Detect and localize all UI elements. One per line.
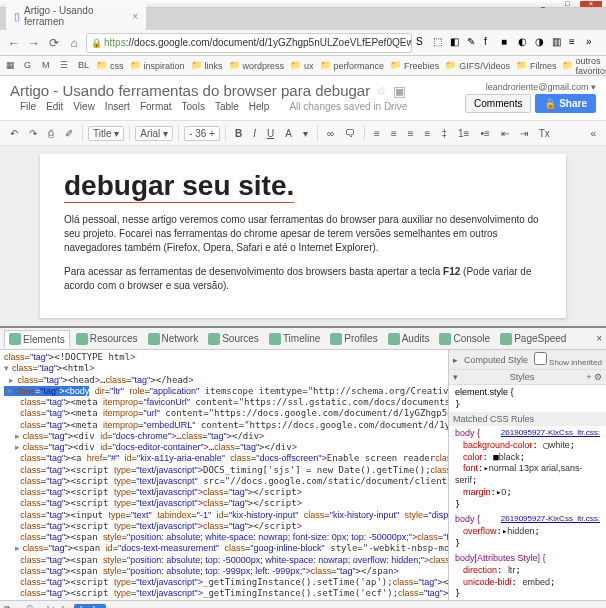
css-rule-3[interactable]: body[Attributes Style] { direction: ltr;… xyxy=(449,551,606,600)
clear-format-button[interactable]: Tx xyxy=(535,126,554,141)
menu-format[interactable]: Format xyxy=(140,101,172,112)
window-minimize-button[interactable]: _ xyxy=(532,1,554,7)
bullet-list-button[interactable]: •≡ xyxy=(476,126,493,141)
forward-button[interactable]: → xyxy=(26,35,42,51)
inspect-icon[interactable]: ⧉ xyxy=(4,604,10,608)
align-center-button[interactable]: ≡ xyxy=(387,126,401,141)
extension-icon[interactable]: ◐ xyxy=(518,36,532,50)
numbered-list-button[interactable]: 1≡ xyxy=(454,126,473,141)
bookmark-item[interactable]: 📁GIFS/Videos xyxy=(445,60,510,72)
user-email[interactable]: leandroriente@gmail.com ▾ xyxy=(465,82,596,92)
dedent-button[interactable]: ⇤ xyxy=(497,126,513,141)
menu-table[interactable]: Table xyxy=(215,101,239,112)
menu-view[interactable]: View xyxy=(73,101,95,112)
bookmark-item[interactable]: ☰ xyxy=(60,60,72,72)
devtools-tab-timeline[interactable]: Timeline xyxy=(265,331,324,347)
redo-button[interactable]: ↷ xyxy=(25,126,41,141)
indent-button[interactable]: ⇥ xyxy=(516,126,532,141)
bookmark-item[interactable]: 📁ux xyxy=(290,60,314,72)
bookmark-item[interactable]: 📁links xyxy=(191,60,223,72)
bookmark-item[interactable]: 📁css xyxy=(96,60,124,72)
bookmark-item[interactable]: BL xyxy=(78,60,90,72)
font-select[interactable]: Arial ▾ xyxy=(135,126,173,141)
back-button[interactable]: ← xyxy=(6,35,22,51)
paint-format-button[interactable]: ✐ xyxy=(61,126,77,141)
devtools-tab-resources[interactable]: Resources xyxy=(72,331,142,347)
window-maximize-button[interactable]: □ xyxy=(556,1,578,7)
extension-icon[interactable]: f xyxy=(484,36,498,50)
comments-button[interactable]: Comments xyxy=(465,94,531,113)
bookmark-item[interactable]: 📁inspiration xyxy=(130,60,185,72)
align-right-button[interactable]: ≡ xyxy=(404,126,418,141)
computed-style-header[interactable]: ▸ Computed Style Show inherited xyxy=(449,350,606,369)
fontsize-select[interactable]: - 36 + xyxy=(184,126,220,141)
document-page[interactable]: debugar seu site. Olá pessoal, nesse art… xyxy=(40,154,566,318)
show-inherited-checkbox[interactable] xyxy=(534,352,547,365)
document-title[interactable]: Artigo - Usando ferramentas do browser p… xyxy=(10,82,370,99)
devtools-tab-audits[interactable]: Audits xyxy=(384,331,434,347)
extension-icon[interactable]: ◧ xyxy=(450,36,464,50)
insert-comment-button[interactable]: 🗨 xyxy=(341,126,359,141)
bookmark-item[interactable]: ▦ xyxy=(6,60,18,72)
print-button[interactable]: ⎙ xyxy=(44,126,58,141)
underline-button[interactable]: U xyxy=(263,126,278,141)
extension-icon[interactable]: ✎ xyxy=(467,36,481,50)
menu-insert[interactable]: Insert xyxy=(105,101,130,112)
extension-icon[interactable]: ■ xyxy=(501,36,515,50)
devtools-tab-pagespeed[interactable]: PageSpeed xyxy=(496,331,570,347)
bookmark-item[interactable]: M xyxy=(42,60,54,72)
bold-button[interactable]: B xyxy=(231,126,246,141)
extension-icon[interactable]: S xyxy=(416,36,430,50)
home-button[interactable]: ⌂ xyxy=(66,35,82,51)
style-settings-icon[interactable]: ⚙ xyxy=(594,372,602,382)
menu-tools[interactable]: Tools xyxy=(182,101,205,112)
devtools-tab-profiles[interactable]: Profiles xyxy=(326,331,381,347)
devtools-tab-network[interactable]: Network xyxy=(144,331,203,347)
bookmark-item[interactable]: 📁performance xyxy=(320,60,385,72)
browser-tab[interactable]: ▯ Artigo - Usando ferramen × xyxy=(6,2,146,30)
add-rule-icon[interactable]: + xyxy=(586,372,591,382)
menu-edit[interactable]: Edit xyxy=(46,101,63,112)
devtools-tab-elements[interactable]: Elements xyxy=(4,330,70,348)
search-icon[interactable]: 🔍 xyxy=(26,605,37,609)
devtools-tab-console[interactable]: Console xyxy=(435,331,494,347)
extension-icon[interactable]: » xyxy=(586,36,600,50)
align-left-button[interactable]: ≡ xyxy=(370,126,384,141)
window-close-button[interactable]: × xyxy=(580,1,602,7)
breadcrumb-body[interactable]: body xyxy=(74,604,106,609)
menu-help[interactable]: Help xyxy=(249,101,270,112)
bookmark-item[interactable]: 📁outros favoritos xyxy=(562,56,606,76)
extension-icon[interactable]: ≡ xyxy=(569,36,583,50)
menu-file[interactable]: File xyxy=(20,101,36,112)
bookmark-item[interactable]: 📁Filmes xyxy=(516,60,557,72)
bookmark-item[interactable]: 📁wordpress xyxy=(229,60,285,72)
share-button[interactable]: 🔒 Share xyxy=(535,94,596,113)
doc-folder-icon[interactable]: ▣ xyxy=(393,83,406,99)
extension-icon[interactable]: ◑ xyxy=(535,36,549,50)
style-select[interactable]: Title ▾ xyxy=(88,126,124,141)
line-spacing-button[interactable]: ‡ xyxy=(437,126,451,141)
undo-button[interactable]: ↶ xyxy=(6,126,22,141)
devtools-tab-sources[interactable]: Sources xyxy=(204,331,263,347)
link-button[interactable]: ∞ xyxy=(323,126,338,141)
css-rule-1[interactable]: body {2619095927-KixCss_ltr.css: backgro… xyxy=(449,426,606,512)
address-bar[interactable]: 🔒 https ://docs.google.com/document/d/1y… xyxy=(86,33,412,53)
bookmark-item[interactable]: G xyxy=(24,60,36,72)
doc-star-icon[interactable]: ☆ xyxy=(376,84,387,98)
tab-close-icon[interactable]: × xyxy=(132,11,138,22)
extension-icon[interactable]: ▥ xyxy=(552,36,566,50)
devtools-close-icon[interactable]: × xyxy=(596,333,602,344)
align-justify-button[interactable]: ≡ xyxy=(421,126,435,141)
breadcrumb-html[interactable]: html xyxy=(41,604,70,609)
elements-dom-tree[interactable]: class="tag"><!DOCTYPE html> ▾class="tag"… xyxy=(0,350,448,600)
element-style-rule[interactable]: element.style {} xyxy=(449,385,606,412)
collapse-toolbar-button[interactable]: « xyxy=(586,126,600,141)
styles-header[interactable]: ▾ Styles+ ⚙ xyxy=(449,370,606,384)
reload-button[interactable]: ⟳ xyxy=(46,35,62,51)
bookmark-item[interactable]: 📁Freebies xyxy=(390,60,439,72)
textcolor-button[interactable]: A xyxy=(281,126,296,141)
italic-button[interactable]: I xyxy=(249,126,260,141)
extension-icon[interactable]: ⬚ xyxy=(433,36,447,50)
console-icon[interactable]: ›_ xyxy=(14,605,22,609)
more-icon[interactable]: ▾ xyxy=(299,126,312,141)
